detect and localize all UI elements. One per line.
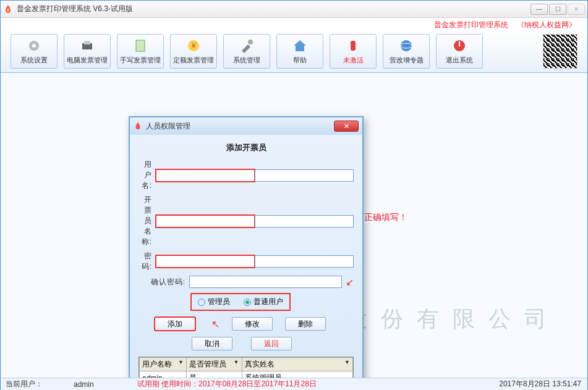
user-permission-dialog: 人员权限管理 ✕ 添加开票员 用 户 名: 开票员名称: 密 码: 确认密码:↙…: [129, 116, 364, 378]
brand-link[interactable]: 《纳税人权益网》: [517, 20, 576, 30]
billing-label: 开票员名称:: [138, 195, 152, 247]
password-input-ext[interactable]: [255, 255, 354, 268]
fill-correctly-note: 正确填写！: [364, 212, 407, 223]
qr-code: [543, 34, 577, 69]
dialog-close-button[interactable]: ✕: [334, 121, 359, 132]
arrow-to-add-icon: ↖: [211, 318, 219, 330]
table-row[interactable]: admin 是 系统管理员: [140, 371, 353, 378]
billing-name-input-ext[interactable]: [255, 215, 354, 227]
power-icon: [452, 38, 467, 53]
dialog-heading: 添加开票员: [138, 142, 354, 153]
role-radio-group: 管理员 普通用户: [190, 293, 354, 311]
gear-icon: [27, 38, 41, 53]
dialog-title: 人员权限管理: [146, 121, 334, 132]
arrow-annotation-icon: ↙: [346, 276, 354, 288]
toolbar-help[interactable]: 帮助: [276, 34, 323, 69]
money-icon: ¥: [186, 38, 201, 53]
app-flame-icon: [3, 4, 13, 14]
svg-point-9: [401, 40, 412, 51]
toolbar-computer-invoice[interactable]: 电脑发票管理: [64, 34, 111, 69]
confirm-password-input[interactable]: [189, 276, 342, 288]
edit-button[interactable]: 修改: [232, 317, 273, 331]
user-grid[interactable]: 用户名称▼ 是否管理员▼ 真实姓名▼ admin 是 系统管理员: [138, 357, 354, 378]
printer-icon: [80, 38, 95, 53]
radio-normal[interactable]: 普通用户: [244, 297, 283, 307]
status-datetime: 2017年8月28日 13:51:47: [499, 379, 587, 389]
password-input[interactable]: [156, 255, 255, 268]
col-realname[interactable]: 真实姓名▼: [242, 358, 352, 371]
toolbar-vat-topic[interactable]: 营改增专题: [383, 34, 430, 69]
billing-name-input[interactable]: [156, 215, 255, 227]
password-label: 密 码:: [138, 251, 152, 272]
window-title: 普金发票打印管理系统 V6.3-试用版: [17, 4, 530, 14]
titlebar: 普金发票打印管理系统 V6.3-试用版 — ☐ ✕: [1, 1, 587, 18]
minimize-button[interactable]: —: [530, 4, 548, 15]
home-icon: [292, 38, 307, 53]
status-user: admin: [74, 380, 94, 389]
workspace: 股 份 有 限 公 司 正确填写！ 人员权限管理 ✕ 添加开票员 用 户 名: …: [1, 73, 587, 378]
toolbar-system-settings[interactable]: 系统设置: [11, 34, 58, 69]
dialog-body: 添加开票员 用 户 名: 开票员名称: 密 码: 确认密码:↙ 管理员 普通用户…: [130, 135, 362, 378]
usb-icon: [346, 38, 360, 53]
svg-rect-12: [459, 41, 460, 46]
status-user-label: 当前用户：: [1, 379, 43, 389]
back-button[interactable]: 返回: [251, 337, 292, 350]
username-label: 用 户 名:: [138, 159, 152, 191]
company-watermark: 股 份 有 限 公 司: [345, 304, 550, 334]
dialog-titlebar: 人员权限管理 ✕: [130, 117, 362, 135]
cancel-button[interactable]: 取消: [192, 337, 232, 350]
radio-dot-selected-icon: [244, 299, 251, 306]
grid-header-row: 用户名称▼ 是否管理员▼ 真实姓名▼: [140, 358, 353, 371]
toolbar: 系统设置 电脑发票管理 手写发票管理 ¥定额发票管理 系统管理 帮助 未激活 营…: [1, 32, 587, 73]
brand-bar: 普金发票打印管理系统 《纳税人权益网》: [1, 18, 587, 32]
maximize-button[interactable]: ☐: [549, 4, 566, 15]
toolbar-handwrite-invoice[interactable]: 手写发票管理: [117, 34, 164, 69]
status-trial: 试用期 使用时间：2017年08月28日至2017年11月28日: [137, 379, 317, 389]
confirm-label: 确认密码:: [138, 277, 185, 287]
radio-admin[interactable]: 管理员: [198, 297, 230, 307]
radio-dot-icon: [198, 299, 205, 306]
col-isadmin[interactable]: 是否管理员▼: [186, 358, 242, 371]
username-input-ext[interactable]: [255, 169, 354, 182]
dialog-flame-icon: [134, 122, 142, 130]
toolbar-exit[interactable]: 退出系统: [436, 34, 483, 69]
col-username[interactable]: 用户名称▼: [140, 358, 187, 371]
svg-rect-3: [84, 41, 90, 45]
username-input[interactable]: [156, 169, 255, 182]
svg-rect-4: [136, 40, 145, 51]
window-controls: — ☐ ✕: [530, 4, 585, 15]
add-button[interactable]: 添加: [155, 317, 195, 331]
delete-button[interactable]: 删除: [285, 317, 326, 331]
note-icon: [133, 38, 148, 53]
svg-point-1: [32, 44, 36, 48]
brand-product: 普金发票打印管理系统: [434, 20, 508, 30]
svg-point-7: [248, 40, 253, 45]
toolbar-system-manage[interactable]: 系统管理: [223, 34, 270, 69]
svg-rect-8: [351, 41, 356, 51]
close-button[interactable]: ✕: [568, 4, 585, 15]
globe-icon: [399, 38, 414, 53]
svg-text:¥: ¥: [191, 41, 196, 50]
toolbar-not-activated[interactable]: 未激活: [330, 34, 377, 69]
statusbar: 当前用户： admin 试用期 使用时间：2017年08月28日至2017年11…: [1, 378, 587, 390]
tools-icon: [239, 38, 254, 53]
main-window: 普金发票打印管理系统 V6.3-试用版 — ☐ ✕ 普金发票打印管理系统 《纳税…: [0, 0, 588, 390]
toolbar-fixed-invoice[interactable]: ¥定额发票管理: [170, 34, 217, 69]
